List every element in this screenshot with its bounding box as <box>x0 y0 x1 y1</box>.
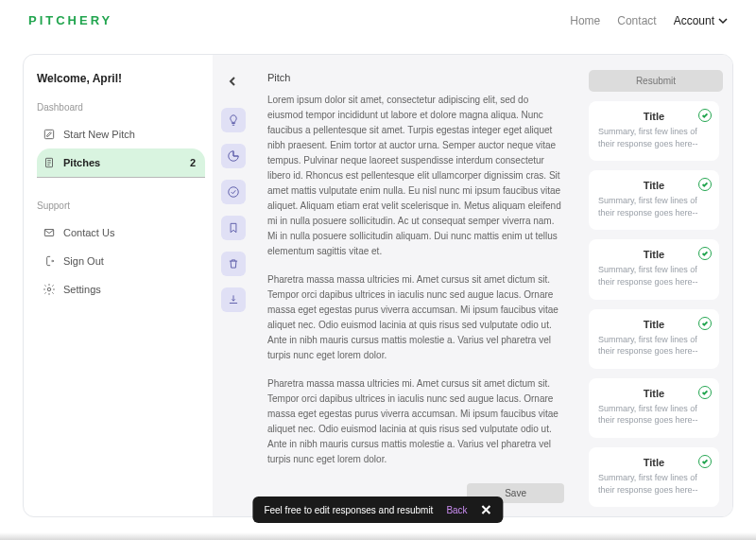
sidebar-item-pitches[interactable]: Pitches 2 <box>37 148 205 178</box>
card-title: Title <box>598 388 710 399</box>
sidebar-item-start-new-pitch[interactable]: Start New Pitch <box>37 120 205 148</box>
toast-notification: Feel free to edit responses and resubmit… <box>252 496 503 523</box>
toast-message: Feel free to edit responses and resubmit <box>264 505 433 515</box>
card-summary: Summary, first few lines of their respon… <box>598 403 710 427</box>
pitches-count-badge: 2 <box>190 157 196 168</box>
nav-contact[interactable]: Contact <box>617 14 656 27</box>
response-card[interactable]: Title Summary, first few lines of their … <box>589 170 719 230</box>
sidebar-item-label: Contact Us <box>63 227 114 238</box>
tool-tile-bookmark[interactable] <box>221 216 246 240</box>
check-circle-icon <box>698 109 712 122</box>
sidebar-section-dashboard: Dashboard <box>37 102 205 113</box>
content-paragraph: Pharetra massa massa ultricies mi. Amet … <box>267 376 564 467</box>
response-card-list[interactable]: Title Summary, first few lines of their … <box>589 101 723 516</box>
content-paragraph: Lorem ipsum dolor sit amet, consectetur … <box>267 93 564 259</box>
edit-icon <box>43 128 56 141</box>
lightbulb-icon <box>227 113 240 127</box>
svg-point-4 <box>229 187 239 198</box>
check-circle-icon <box>698 386 712 399</box>
check-circle-icon <box>227 185 240 199</box>
gear-icon <box>43 283 56 296</box>
close-icon[interactable] <box>481 504 492 515</box>
chevron-left-icon <box>229 77 238 86</box>
tool-tile-delete[interactable] <box>221 252 246 276</box>
card-title: Title <box>598 249 710 260</box>
tool-tile-check[interactable] <box>221 180 246 204</box>
sidebar-item-sign-out[interactable]: Sign Out <box>37 247 205 275</box>
nav-home[interactable]: Home <box>570 14 600 27</box>
app-header: PITCHERY Home Contact Account <box>0 0 756 37</box>
card-summary: Summary, first few lines of their respon… <box>598 472 710 496</box>
brand-logo: PITCHERY <box>28 13 112 27</box>
bookmark-icon <box>227 221 240 235</box>
tool-tile-idea[interactable] <box>221 108 246 132</box>
download-icon <box>227 293 240 306</box>
tool-icon-column <box>213 55 254 516</box>
card-summary: Summary, first few lines of their respon… <box>598 264 710 287</box>
card-title: Title <box>598 111 710 122</box>
card-summary: Summary, first few lines of their respon… <box>598 195 710 218</box>
nav-account[interactable]: Account <box>674 14 728 27</box>
back-button[interactable] <box>224 72 243 91</box>
sidebar-section-support: Support <box>37 200 205 211</box>
card-title: Title <box>598 180 710 191</box>
response-card[interactable]: Title Summary, first few lines of their … <box>589 309 719 369</box>
svg-rect-0 <box>44 130 53 138</box>
main-panel: Welcome, April! Dashboard Start New Pitc… <box>23 54 733 517</box>
chevron-down-icon <box>718 16 728 26</box>
resubmit-button[interactable]: Resubmit <box>589 70 723 92</box>
check-circle-icon <box>698 317 712 330</box>
responses-column: Resubmit Title Summary, first few lines … <box>583 55 732 516</box>
nav-account-label: Account <box>674 14 714 27</box>
response-card[interactable]: Title Summary, first few lines of their … <box>589 447 719 507</box>
card-title: Title <box>598 457 710 468</box>
sidebar-item-label: Sign Out <box>63 255 104 267</box>
sidebar: Welcome, April! Dashboard Start New Pitc… <box>24 55 213 516</box>
sidebar-item-settings[interactable]: Settings <box>37 275 205 304</box>
document-icon <box>43 156 56 169</box>
content-body: Lorem ipsum dolor sit amet, consectetur … <box>267 93 564 478</box>
sidebar-item-label: Settings <box>63 284 101 295</box>
top-nav: Home Contact Account <box>570 14 728 27</box>
svg-point-3 <box>47 287 51 291</box>
toast-back-link[interactable]: Back <box>446 505 467 515</box>
sidebar-item-label: Start New Pitch <box>63 129 135 140</box>
tool-tile-download[interactable] <box>221 287 246 312</box>
card-summary: Summary, first few lines of their respon… <box>598 334 710 357</box>
sign-out-icon <box>43 254 56 268</box>
check-circle-icon <box>698 455 712 468</box>
pitch-content: Pitch Lorem ipsum dolor sit amet, consec… <box>254 55 583 516</box>
card-title: Title <box>598 319 710 330</box>
sidebar-item-contact-us[interactable]: Contact Us <box>37 218 205 247</box>
response-card[interactable]: Title Summary, first few lines of their … <box>589 101 719 161</box>
content-title: Pitch <box>267 72 564 83</box>
response-card[interactable]: Title Summary, first few lines of their … <box>589 378 719 438</box>
content-paragraph: Pharetra massa massa ultricies mi. Amet … <box>267 272 564 363</box>
svg-rect-2 <box>44 230 53 236</box>
response-card[interactable]: Title Summary, first few lines of their … <box>589 239 719 299</box>
tool-tile-chart[interactable] <box>221 144 246 168</box>
card-summary: Summary, first few lines of their respon… <box>598 126 710 149</box>
pie-chart-icon <box>227 149 240 163</box>
sidebar-item-label: Pitches <box>63 157 100 168</box>
welcome-text: Welcome, April! <box>37 72 205 85</box>
trash-icon <box>227 257 240 270</box>
mail-icon <box>43 226 56 239</box>
